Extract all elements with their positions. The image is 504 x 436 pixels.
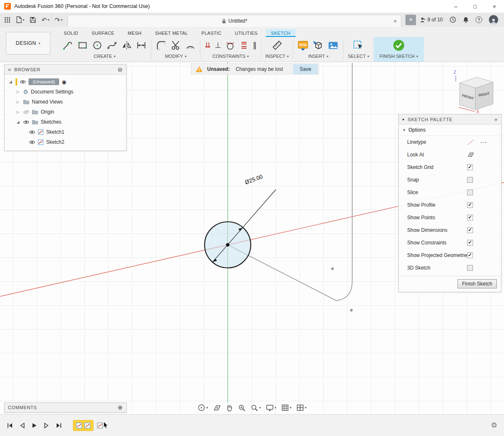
sketch-point[interactable] [350, 309, 353, 311]
viewcube[interactable]: Z FRONT RIGHT X [450, 68, 501, 115]
timeline-selected-group[interactable] [73, 420, 94, 431]
help-button[interactable]: ? [475, 16, 482, 23]
measure-tool-icon[interactable] [272, 40, 283, 51]
show-points-checkbox[interactable] [467, 215, 473, 221]
go-to-end-button[interactable] [56, 423, 62, 428]
insert-mesh-icon[interactable] [312, 40, 324, 51]
expander-collapsed-icon[interactable]: ▷ [16, 90, 21, 94]
new-document-tab-button[interactable]: + [405, 15, 416, 25]
options-section-toggle[interactable]: ▼ Options [399, 125, 501, 136]
viewports-button[interactable]: ▾ [296, 404, 307, 411]
slice-checkbox[interactable] [467, 189, 473, 195]
fit-button[interactable]: ▾ [251, 404, 261, 412]
timeline-sketch2-marker[interactable] [84, 422, 91, 429]
finish-sketch-button[interactable]: FINISH SKETCH ▾ [379, 53, 418, 61]
finish-sketch-palette-button[interactable]: Finish Sketch [457, 279, 497, 288]
3d-sketch-checkbox[interactable] [467, 265, 473, 271]
minimize-button[interactable]: – [446, 0, 465, 13]
parallel-constraint-icon[interactable]: ∥ [253, 42, 257, 49]
visibility-eye-icon[interactable] [29, 130, 35, 135]
step-forward-button[interactable] [44, 423, 49, 428]
browser-item-sketches[interactable]: ◢ Sketches [5, 117, 126, 127]
show-projected-geometries-checkbox[interactable] [467, 252, 473, 258]
expander-collapsed-icon[interactable]: ▷ [16, 110, 21, 114]
sketch-dimension-tool-icon[interactable] [136, 40, 147, 51]
pan-button[interactable] [226, 404, 233, 412]
sketch-point[interactable] [331, 267, 334, 270]
construction-linetype-icon[interactable] [467, 139, 474, 145]
play-button[interactable] [31, 423, 37, 428]
offset-tool-icon[interactable] [185, 40, 196, 51]
display-settings-button[interactable]: ▾ [266, 404, 276, 411]
insert-svg-icon[interactable]: SVG [297, 40, 309, 51]
inspect-dropdown[interactable]: INSPECT ▾ [265, 53, 289, 61]
tangent-constraint-icon[interactable] [225, 40, 235, 50]
visibility-eye-icon[interactable] [20, 80, 26, 84]
tab-plastic[interactable]: PLASTIC [196, 29, 226, 37]
visibility-eye-icon[interactable] [23, 120, 29, 125]
coincident-constraint-icon[interactable]: ⇊ [205, 42, 211, 49]
select-tool-icon[interactable] [353, 40, 364, 51]
mirror-tool-icon[interactable] [121, 40, 132, 51]
trim-scissors-tool-icon[interactable] [170, 40, 181, 51]
tab-close-button[interactable]: × [394, 18, 397, 24]
timeline-dragged-marker[interactable] [97, 422, 108, 429]
workspace-selector[interactable]: DESIGN ▾ [6, 32, 50, 54]
file-menu-button[interactable]: ▾ [16, 16, 24, 23]
go-to-start-button[interactable] [7, 423, 13, 428]
tab-utilities[interactable]: UTILITIES [230, 29, 262, 37]
zoom-button[interactable] [238, 404, 246, 412]
create-dropdown[interactable]: CREATE ▾ [94, 53, 116, 61]
rectangle-tool-icon[interactable] [77, 40, 88, 51]
tab-surface[interactable]: SURFACE [87, 29, 120, 37]
equal-constraint-icon[interactable] [239, 40, 249, 50]
active-document-radio-icon[interactable]: ◉ [62, 79, 66, 85]
visibility-off-eye-icon[interactable] [23, 110, 29, 114]
look-at-button[interactable] [213, 405, 221, 411]
show-constraints-checkbox[interactable] [467, 240, 473, 246]
job-status-button[interactable]: 9 of 10 [420, 17, 443, 23]
grid-settings-button[interactable]: ▾ [281, 404, 291, 411]
undo-button[interactable]: ↶ ▾ [42, 17, 49, 23]
collapse-browser-icon[interactable]: « [8, 66, 11, 73]
finish-sketch-check-icon[interactable] [392, 39, 405, 52]
sketch-grid-checkbox[interactable] [467, 164, 473, 170]
step-back-button[interactable] [19, 423, 25, 428]
close-button[interactable]: × [485, 0, 504, 13]
tab-sketch[interactable]: SKETCH [266, 29, 295, 37]
look-at-icon[interactable] [467, 152, 474, 158]
fillet-tool-icon[interactable] [156, 40, 166, 51]
browser-item-document-settings[interactable]: ▷ ⚙ Document Settings [5, 87, 126, 97]
circle-center-point[interactable] [226, 243, 229, 247]
redo-button[interactable]: ↷ ▾ [55, 17, 63, 23]
browser-item-sketch2[interactable]: Sketch2 [5, 137, 126, 147]
show-dimensions-checkbox[interactable] [467, 227, 473, 233]
maximize-button[interactable]: □ [465, 0, 485, 13]
show-profile-checkbox[interactable] [467, 202, 473, 208]
circle-tool-icon[interactable] [92, 40, 103, 51]
browser-root-document[interactable]: ◢ (Unsaved) ◉ [5, 77, 126, 87]
visibility-eye-icon[interactable] [29, 140, 35, 145]
history-clock-button[interactable] [449, 16, 456, 23]
line-tool-icon[interactable] [62, 40, 73, 51]
save-button[interactable] [30, 17, 36, 23]
insert-canvas-icon[interactable] [327, 40, 339, 51]
tab-mesh[interactable]: MESH [123, 29, 147, 37]
user-avatar[interactable] [489, 15, 498, 24]
constraints-dropdown[interactable]: CONSTRAINTS ▾ [212, 53, 249, 61]
snap-checkbox[interactable] [467, 177, 473, 183]
app-grid-icon[interactable] [4, 17, 10, 23]
browser-display-toggle-icon[interactable]: ⊖ [117, 66, 123, 73]
browser-item-origin[interactable]: ▷ Origin [5, 107, 126, 117]
collapse-palette-icon[interactable]: » [494, 116, 498, 122]
dimension-value-label[interactable]: Ø25.00 [244, 174, 264, 186]
timeline-sketch1-marker[interactable] [76, 422, 82, 429]
expander-collapsed-icon[interactable]: ▷ [16, 100, 21, 104]
modify-dropdown[interactable]: MODIFY ▾ [165, 53, 187, 61]
notifications-button[interactable] [463, 17, 469, 23]
document-tab-untitled[interactable]: Untitled* × [68, 15, 401, 27]
orbit-button[interactable]: ▾ [197, 404, 208, 412]
timeline-settings-gear-icon[interactable]: ⚙ [491, 422, 497, 429]
add-comment-icon[interactable]: ⊕ [118, 404, 123, 411]
tab-sheet-metal[interactable]: SHEET METAL [150, 29, 193, 37]
